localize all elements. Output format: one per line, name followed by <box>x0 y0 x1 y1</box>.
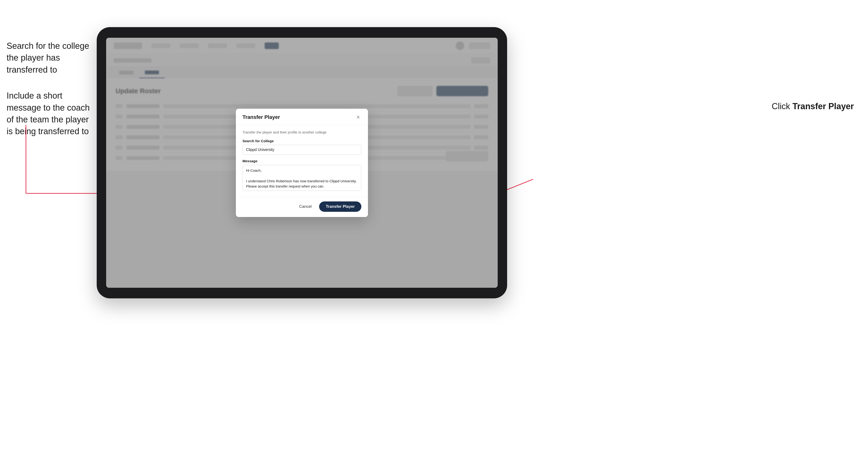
modal-close-button[interactable]: ✕ <box>355 114 361 121</box>
annotation-right: Click Transfer Player <box>772 101 854 111</box>
annotation-left: Search for the college the player has tr… <box>7 40 92 137</box>
annotation-search: Search for the college the player has tr… <box>7 40 92 76</box>
modal-overlay: Transfer Player ✕ Transfer the player an… <box>106 38 498 288</box>
message-textarea[interactable] <box>243 165 361 191</box>
transfer-player-button[interactable]: Transfer Player <box>319 201 361 212</box>
tablet-frame: Update Roster <box>97 27 507 299</box>
tablet-screen: Update Roster <box>106 38 498 288</box>
modal-footer: Cancel Transfer Player <box>236 197 368 217</box>
search-college-label: Search for College <box>243 139 361 143</box>
modal-header: Transfer Player ✕ <box>236 109 368 125</box>
annotation-message: Include a short message to the coach of … <box>7 90 92 137</box>
modal-subtitle: Transfer the player and their profile to… <box>243 130 361 134</box>
transfer-player-modal: Transfer Player ✕ Transfer the player an… <box>236 109 368 217</box>
cancel-button[interactable]: Cancel <box>295 203 315 211</box>
search-college-input[interactable] <box>243 145 361 155</box>
modal-title: Transfer Player <box>243 114 280 120</box>
modal-body: Transfer the player and their profile to… <box>236 125 368 197</box>
message-label: Message <box>243 159 361 163</box>
